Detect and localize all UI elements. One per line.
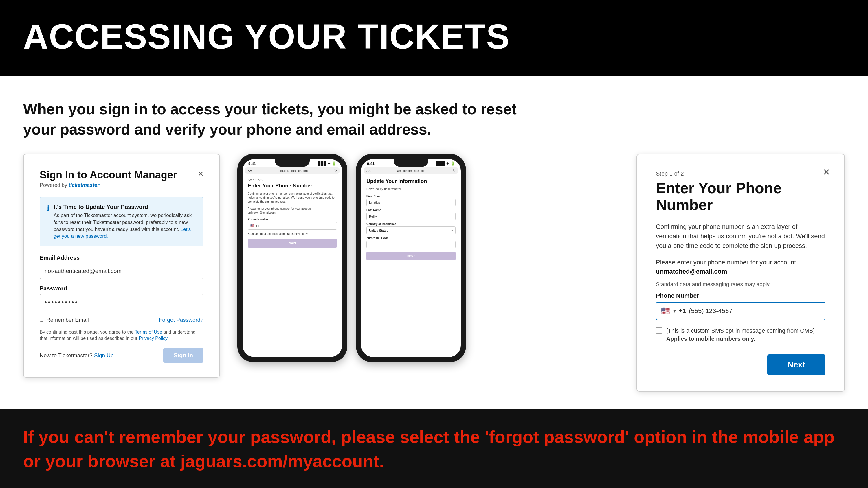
- signin-footer: New to Ticketmaster? Sign Up Sign In: [40, 348, 204, 363]
- phone-title-1: Enter Your Phone Number: [248, 183, 337, 189]
- phone-step-1: Step 1 of 2: [248, 178, 337, 182]
- remember-row: Remember Email Forgot Password?: [40, 317, 204, 323]
- close-icon[interactable]: ×: [198, 169, 204, 178]
- enter-phone-label: Phone Number: [656, 292, 826, 299]
- terms-text: By continuing past this page, you agree …: [40, 329, 204, 342]
- phone-lastname-label: Last Name: [366, 208, 456, 212]
- phone-firstname-label: First Name: [366, 195, 456, 198]
- chevron-down-icon[interactable]: ▾: [673, 308, 676, 314]
- password-form-group: Password: [40, 285, 204, 311]
- phone-powered-2: Powered by ticketmaster: [366, 187, 456, 191]
- enter-phone-step: Step 1 of 2: [656, 170, 826, 177]
- password-label: Password: [40, 285, 204, 292]
- phone-phone-label-1: Phone Number: [248, 218, 337, 221]
- enter-phone-checkbox-row: [This is a custom SMS opt-in message com…: [656, 327, 826, 343]
- header-section: ACCESSING YOUR TICKETS: [0, 0, 868, 76]
- phone-lastname-input[interactable]: [366, 213, 456, 220]
- signin-card: Sign In to Account Manager Powered by ti…: [23, 154, 220, 378]
- enter-phone-flag: 🇺🇸: [661, 306, 670, 316]
- enter-phone-account-label: Please enter your phone number for your …: [656, 259, 826, 266]
- enter-phone-card: × Step 1 of 2 Enter Your Phone Number Co…: [637, 154, 845, 391]
- signin-button[interactable]: Sign In: [163, 348, 204, 363]
- phone-notch-2: [394, 159, 428, 167]
- phone-body-1: Confirming your phone number is an extra…: [248, 192, 337, 204]
- phone-flag-input-1[interactable]: 🇺🇸 +1: [248, 222, 337, 230]
- bottom-bar: If you can't remember your password, ple…: [0, 409, 868, 488]
- enter-phone-desc: Confirming your phone number is an extra…: [656, 222, 826, 251]
- phone-country-select[interactable]: United States ▾: [366, 227, 456, 234]
- sms-optin-text: [This is a custom SMS opt-in message com…: [666, 327, 826, 343]
- phone-mockup-2: 9:41 ▊▊▊ ✦ 🔋 AA am.ticketmaster.com ↻ × …: [356, 154, 466, 362]
- phones-container: 9:41 ▊▊▊ ✦ 🔋 AA am.ticketmaster.com ↻ × …: [237, 154, 466, 362]
- enter-phone-email: unmatched@email.com: [656, 268, 826, 275]
- phone-firstname-input[interactable]: [366, 199, 456, 206]
- phone-notch-1: [275, 159, 310, 167]
- sms-optin-checkbox[interactable]: [656, 327, 662, 333]
- phone-browser-bar-2: AA am.ticketmaster.com ↻: [364, 167, 459, 173]
- enter-phone-value[interactable]: (555) 123-4567: [689, 307, 820, 315]
- info-icon: ℹ: [47, 204, 50, 239]
- signin-header-text: Sign In to Account Manager Powered by ti…: [40, 169, 177, 188]
- intro-text: When you sign in to access your tickets,…: [23, 99, 544, 139]
- forgot-password-link[interactable]: Forgot Password?: [159, 317, 204, 323]
- page-title: ACCESSING YOUR TICKETS: [23, 18, 845, 56]
- phone-content-2: × Update Your Information Powered by tic…: [361, 174, 461, 264]
- enter-phone-footer: Next: [656, 354, 826, 375]
- signin-card-header: Sign In to Account Manager Powered by ti…: [40, 169, 204, 188]
- signup-link[interactable]: Sign Up: [94, 352, 114, 358]
- terms-link[interactable]: Terms of Use: [135, 329, 162, 334]
- remember-email-label[interactable]: Remember Email: [40, 317, 89, 323]
- mockups-row: Sign In to Account Manager Powered by ti…: [23, 154, 845, 391]
- email-form-group: Email Address: [40, 255, 204, 279]
- password-input[interactable]: [40, 294, 204, 311]
- enter-phone-input-row[interactable]: 🇺🇸 ▾ +1 (555) 123-4567: [656, 302, 826, 320]
- main-content: When you sign in to access your tickets,…: [0, 76, 868, 409]
- phone-screen-2: 9:41 ▊▊▊ ✦ 🔋 AA am.ticketmaster.com ↻ × …: [361, 159, 461, 357]
- phone-browser-bar-1: AA am.ticketmaster.com ↻: [245, 167, 340, 173]
- alert-box: ℹ It's Time to Update Your Password As p…: [40, 197, 204, 246]
- ticketmaster-brand: ticketmaster: [69, 182, 99, 188]
- bottom-text: If you can't remember your password, ple…: [23, 425, 845, 474]
- enter-phone-next-button[interactable]: Next: [767, 354, 826, 375]
- remember-checkbox[interactable]: [40, 318, 43, 322]
- signin-title: Sign In to Account Manager: [40, 169, 177, 181]
- enter-phone-code: +1: [679, 307, 686, 315]
- alert-body: As part of the Ticketmaster account syst…: [54, 212, 196, 239]
- enter-phone-rates: Standard data and messaging rates may ap…: [656, 281, 826, 288]
- phone-mockup-1: 9:41 ▊▊▊ ✦ 🔋 AA am.ticketmaster.com ↻ × …: [237, 154, 347, 362]
- email-input[interactable]: [40, 263, 204, 279]
- alert-title: It's Time to Update Your Password: [54, 204, 196, 210]
- signup-text: New to Ticketmaster? Sign Up: [40, 352, 114, 359]
- enter-phone-close-icon[interactable]: ×: [823, 166, 830, 177]
- phone-country-label: Country of Residence: [366, 223, 456, 226]
- phone-title-2: Update Your Information: [366, 178, 456, 184]
- phone-zip-label: ZIP/Postal Code: [366, 237, 456, 240]
- phone-next-btn-2[interactable]: Next: [366, 252, 456, 260]
- email-label: Email Address: [40, 255, 204, 261]
- signin-powered: Powered by ticketmaster: [40, 182, 177, 188]
- privacy-link[interactable]: Privacy Policy: [138, 336, 167, 341]
- phone-account-1: Please enter your phone number for your …: [248, 207, 337, 215]
- phone-zip-input[interactable]: [366, 241, 456, 248]
- phone-screen-1: 9:41 ▊▊▊ ✦ 🔋 AA am.ticketmaster.com ↻ × …: [243, 159, 342, 357]
- phone-rates-1: Standard data and messaging rates may ap…: [248, 232, 337, 236]
- enter-phone-title: Enter Your Phone Number: [656, 180, 826, 213]
- alert-content: It's Time to Update Your Password As par…: [54, 204, 196, 239]
- phone-next-btn-1[interactable]: Next: [248, 239, 337, 248]
- phone-content-1: × Step 1 of 2 Enter Your Phone Number Co…: [243, 174, 342, 252]
